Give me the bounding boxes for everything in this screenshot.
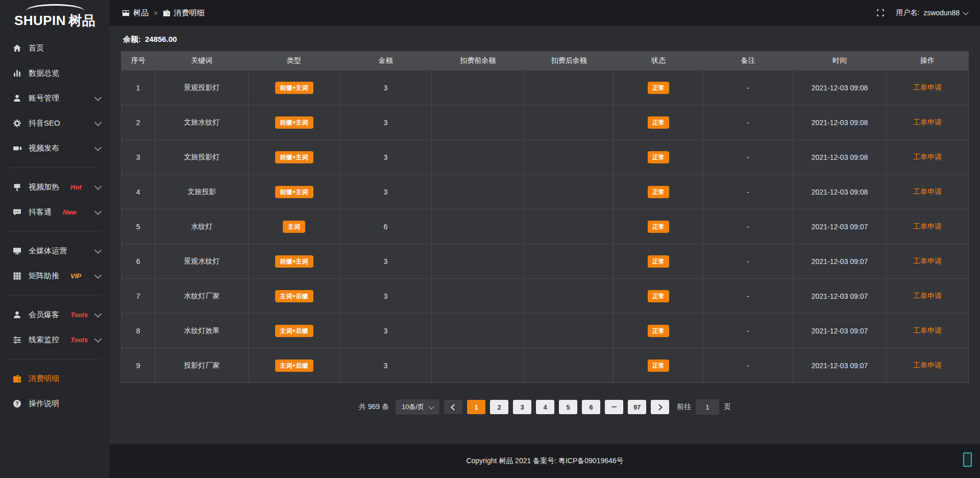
- fullscreen-button[interactable]: [876, 9, 885, 17]
- chevron-right-icon: [656, 404, 663, 411]
- cell-index: 1: [121, 70, 155, 105]
- sidebar-item-lead-monitor[interactable]: 线索监控 Tools: [0, 327, 110, 352]
- logo-arc-icon: [26, 4, 85, 11]
- goto-page-input[interactable]: [696, 399, 719, 415]
- cell-remark: -: [703, 314, 793, 348]
- chevron-down-icon: [94, 310, 102, 317]
- work-order-link[interactable]: 工单申请: [913, 83, 942, 91]
- cell-time: 2021-12-03 09:07: [793, 209, 887, 244]
- cell-balance-after: [525, 244, 614, 279]
- page-button-3[interactable]: 3: [513, 400, 531, 414]
- work-order-link[interactable]: 工单申请: [913, 292, 942, 300]
- sidebar-item-consumption-detail[interactable]: 消费明细: [0, 366, 110, 391]
- sidebar-item-video-heat[interactable]: 视频加热 Hot: [0, 175, 110, 200]
- sidebar-item-account[interactable]: 账号管理: [0, 86, 110, 111]
- logo-text: SHUPIN树品: [14, 12, 95, 30]
- floating-widget[interactable]: [963, 452, 972, 467]
- cell-keyword: 景观投影灯: [155, 70, 249, 105]
- table-row: 1景观投影灯前缀+主词3正常-2021-12-03 09:08工单申请: [121, 70, 969, 105]
- cell-type: 前缀+主词: [248, 105, 339, 140]
- prev-page-button[interactable]: [444, 400, 462, 414]
- page-button-1[interactable]: 1: [467, 400, 485, 414]
- page-button-6[interactable]: 6: [582, 400, 600, 414]
- cell-amount: 3: [340, 105, 431, 140]
- sidebar-item-home[interactable]: 首页: [0, 36, 110, 61]
- status-badge: 正常: [648, 186, 669, 198]
- sidebar-item-instructions[interactable]: ? 操作说明: [0, 391, 110, 416]
- cell-type: 前缀+主词: [248, 244, 339, 279]
- cell-action: 工单申请: [886, 314, 968, 348]
- cell-remark: -: [703, 348, 793, 383]
- cell-keyword: 水纹灯效果: [155, 314, 249, 348]
- goto-page: 前往 页: [677, 399, 731, 415]
- username-label: 用户名:: [896, 8, 919, 17]
- work-order-link[interactable]: 工单申请: [913, 153, 942, 161]
- work-order-link[interactable]: 工单申请: [913, 361, 942, 369]
- work-order-link[interactable]: 工单申请: [913, 118, 942, 126]
- work-order-link[interactable]: 工单申请: [913, 257, 942, 265]
- app-window-icon: [122, 9, 130, 17]
- status-badge: 正常: [648, 116, 669, 129]
- cell-time: 2021-12-03 09:08: [793, 105, 887, 140]
- page-ellipsis[interactable]: •••: [605, 400, 623, 414]
- table-row: 4文旅投影前缀+主词3正常-2021-12-03 09:08工单申请: [121, 175, 969, 209]
- sidebar-item-label: 线索监控: [29, 335, 59, 345]
- cell-index: 4: [121, 175, 155, 209]
- chevron-down-icon: [963, 9, 968, 15]
- brand-logo[interactable]: SHUPIN树品: [0, 0, 110, 31]
- sidebar-item-label: 抖音SEO: [29, 118, 60, 128]
- cell-amount: 3: [340, 348, 431, 383]
- tools-badge: Tools: [70, 336, 88, 344]
- cell-balance-before: [431, 314, 525, 348]
- next-page-button[interactable]: [651, 400, 669, 414]
- grid-icon: [12, 272, 21, 281]
- sidebar-item-douyin-seo[interactable]: 抖音SEO: [0, 111, 110, 136]
- sidebar-item-matrix-boost[interactable]: 矩阵助推 VIP: [0, 264, 110, 289]
- cell-index: 8: [121, 314, 155, 348]
- table-row: 9投影灯厂家主词+后缀3正常-2021-12-03 09:07工单申请: [121, 348, 969, 383]
- work-order-link[interactable]: 工单申请: [913, 326, 942, 334]
- page-button-97[interactable]: 97: [628, 400, 646, 414]
- new-badge: New: [63, 208, 77, 216]
- cell-type: 主词+后缀: [248, 314, 339, 348]
- work-order-link[interactable]: 工单申请: [913, 187, 942, 196]
- status-badge: 正常: [648, 221, 669, 233]
- sidebar-item-member-burst[interactable]: 会员爆客 Tools: [0, 302, 110, 327]
- chevron-down-icon: [94, 335, 102, 342]
- cell-status: 正常: [614, 314, 703, 348]
- cell-remark: -: [703, 244, 793, 279]
- cell-keyword: 景观水纹灯: [155, 244, 249, 279]
- page-button-4[interactable]: 4: [536, 400, 554, 414]
- column-header: 备注: [703, 52, 793, 70]
- user-icon: [12, 94, 21, 103]
- status-badge: 正常: [648, 360, 669, 372]
- cell-type: 主词+后缀: [248, 348, 339, 383]
- cell-status: 正常: [614, 244, 703, 279]
- type-badge: 主词: [283, 221, 305, 233]
- sidebar-menu: 首页 数据总览 账号管理 抖音SEO 视频发布: [0, 31, 110, 416]
- cell-amount: 3: [340, 140, 431, 175]
- breadcrumb-root[interactable]: 树品: [122, 8, 149, 18]
- topbar: 树品 > 消费明细 用户名: zswodun88: [110, 0, 980, 26]
- home-icon: [12, 44, 21, 53]
- work-order-link[interactable]: 工单申请: [913, 222, 942, 230]
- cell-time: 2021-12-03 09:07: [793, 348, 887, 383]
- masked-value: [460, 222, 496, 231]
- bar-chart-icon: [12, 69, 21, 78]
- user-menu[interactable]: 用户名: zswodun88: [896, 8, 968, 17]
- sidebar-item-video-publish[interactable]: 视频发布: [0, 136, 110, 161]
- cell-time: 2021-12-03 09:07: [793, 244, 887, 279]
- cell-amount: 3: [340, 279, 431, 314]
- balance-value: 24856.00: [145, 35, 177, 43]
- logo-zh: 树品: [68, 13, 95, 28]
- cell-balance-before: [431, 244, 525, 279]
- page-button-5[interactable]: 5: [559, 400, 577, 414]
- page-button-2[interactable]: 2: [490, 400, 508, 414]
- column-header: 时间: [793, 52, 887, 70]
- page-size-select[interactable]: 10条/页: [396, 399, 439, 415]
- sidebar-item-douketong[interactable]: 抖客通 New: [0, 200, 110, 225]
- sidebar-item-label: 首页: [29, 43, 44, 53]
- sidebar-item-all-media[interactable]: 全媒体运营: [0, 238, 110, 264]
- sidebar-item-data-overview[interactable]: 数据总览: [0, 61, 110, 86]
- table-row: 8水纹灯效果主词+后缀3正常-2021-12-03 09:07工单申请: [121, 314, 969, 348]
